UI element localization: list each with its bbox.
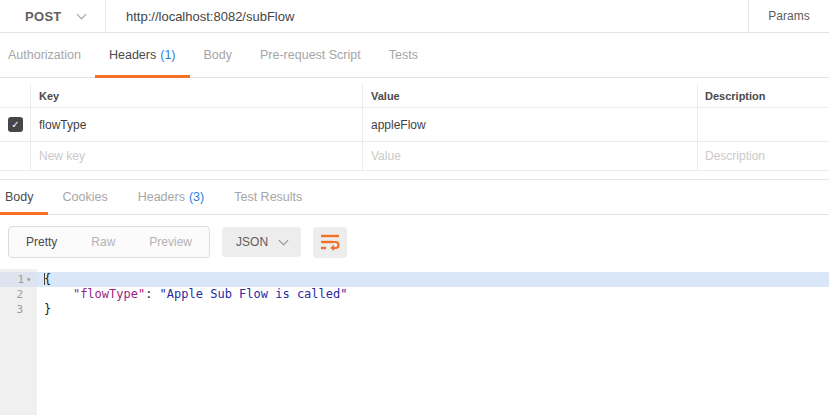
response-body-editor: 1 ▾ { 2 "flowType": "Apple Sub Flow is c… [0,269,829,415]
line-number[interactable]: 3 [0,302,37,317]
code-content[interactable]: "flowType": "Apple Sub Flow is called" [37,287,829,302]
response-tab-headers[interactable]: Headers (3) [123,180,220,214]
row-checkbox-checked[interactable]: ✓ [8,117,23,132]
wrap-text-button[interactable] [313,227,347,258]
http-method-select[interactable]: POST [0,0,105,32]
format-select-value: JSON [236,235,268,249]
response-headers-count-badge: (3) [189,190,204,204]
line-number[interactable]: 1 ▾ [0,272,37,287]
headers-table: Key Value Description ✓ flowType appleFl… [0,84,829,171]
code-line-2: 2 "flowType": "Apple Sub Flow is called" [0,287,829,302]
url-input[interactable]: http://localhost:8082/subFlow [105,0,748,32]
json-key-token: "flowType" [73,287,145,301]
table-row: ✓ flowType appleFlow [0,108,829,142]
value-cell-input[interactable]: appleFlow [362,108,697,141]
description-cell-input[interactable] [697,108,829,141]
code-content[interactable]: } [37,302,829,317]
format-select[interactable]: JSON [222,227,301,257]
description-column-header: Description [697,84,829,107]
pretty-button[interactable]: Pretty [9,227,74,257]
response-tab-body[interactable]: Body [0,180,48,214]
code-content[interactable]: { [37,272,829,287]
value-column-header: Value [362,84,697,107]
chevron-down-icon [279,235,289,245]
raw-button[interactable]: Raw [74,227,132,257]
tab-tests[interactable]: Tests [375,33,432,77]
wrap-text-icon [320,233,340,251]
new-key-input[interactable]: New key [30,142,362,170]
http-method-label: POST [25,9,62,24]
fold-toggle-icon[interactable]: ▾ [26,272,31,287]
view-mode-group: Pretty Raw Preview [8,226,210,258]
response-tabs: Body Cookies Headers (3) Test Results [0,180,829,215]
key-cell-input[interactable]: flowType [30,108,362,141]
params-button[interactable]: Params [748,0,829,32]
chevron-down-icon [76,9,86,19]
headers-count-badge: (1) [160,48,175,62]
tab-authorization[interactable]: Authorization [8,33,95,77]
response-tab-test-results[interactable]: Test Results [219,180,317,214]
preview-button[interactable]: Preview [132,227,209,257]
request-url-bar: POST http://localhost:8082/subFlow Param… [0,0,829,33]
new-description-input[interactable]: Description [697,142,829,170]
key-column-header: Key [30,84,362,107]
code-line-1: 1 ▾ { [0,272,829,287]
code-line-3: 3 } [0,302,829,317]
tab-body[interactable]: Body [190,33,247,77]
tab-pre-request-script[interactable]: Pre-request Script [246,33,375,77]
request-tabs: Authorization Headers (1) Body Pre-reque… [0,33,829,78]
response-tab-cookies[interactable]: Cookies [48,180,123,214]
url-text: http://localhost:8082/subFlow [126,9,294,24]
line-number[interactable]: 2 [0,287,37,302]
new-value-input[interactable]: Value [362,142,697,170]
checkbox-column-header [0,84,30,107]
new-row-placeholder: New key Value Description [0,142,829,171]
json-string-token: "Apple Sub Flow is called" [160,287,348,301]
check-icon: ✓ [11,119,19,130]
tab-headers[interactable]: Headers (1) [95,33,190,77]
table-header-row: Key Value Description [0,84,829,108]
response-toolbar: Pretty Raw Preview JSON [0,215,829,269]
